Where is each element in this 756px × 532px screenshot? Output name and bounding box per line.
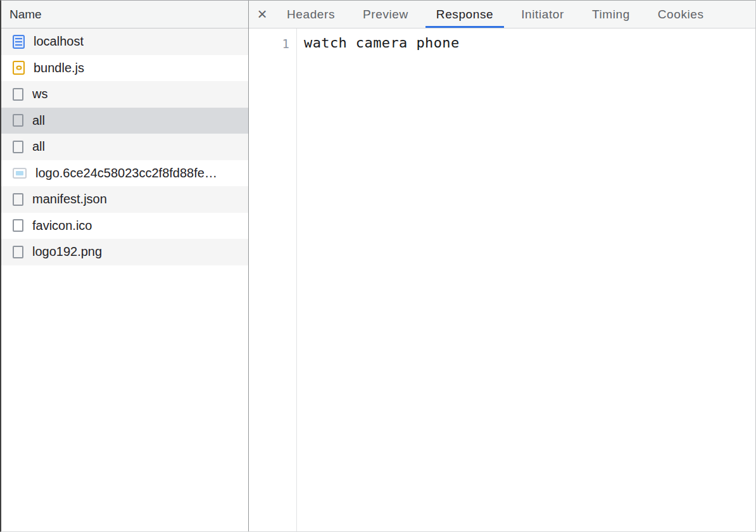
name-column-header: Name — [9, 8, 42, 22]
request-row[interactable]: ws — [1, 81, 248, 108]
tab-response[interactable]: Response — [425, 1, 504, 28]
request-detail-panel: × HeadersPreviewResponseInitiatorTimingC… — [249, 1, 755, 531]
request-name: logo192.png — [32, 244, 102, 259]
tab-timing[interactable]: Timing — [581, 1, 641, 28]
request-row[interactable]: all — [1, 134, 248, 160]
close-icon[interactable]: × — [251, 1, 273, 28]
request-list-panel: Name localhost bundle.js ws all all logo… — [1, 1, 249, 531]
request-name: all — [32, 139, 45, 154]
request-row[interactable]: favicon.ico — [1, 213, 248, 239]
detail-tabbar: × HeadersPreviewResponseInitiatorTimingC… — [249, 1, 755, 28]
request-name: bundle.js — [34, 61, 84, 75]
request-row[interactable]: localhost — [1, 28, 248, 55]
detail-tabs: HeadersPreviewResponseInitiatorTimingCoo… — [273, 1, 718, 28]
tab-headers[interactable]: Headers — [276, 1, 346, 28]
request-row[interactable]: all — [1, 108, 248, 134]
image-icon — [13, 168, 27, 179]
line-number: 1 — [282, 37, 289, 51]
request-list-header[interactable]: Name — [1, 1, 248, 28]
request-name: logo.6ce24c58023cc2f8fd88fe… — [35, 166, 217, 180]
file-icon — [13, 88, 23, 101]
request-row[interactable]: bundle.js — [1, 55, 248, 82]
tab-preview[interactable]: Preview — [352, 1, 419, 28]
script-icon — [13, 61, 25, 75]
request-row[interactable]: logo192.png — [1, 239, 248, 265]
tab-cookies[interactable]: Cookies — [647, 1, 715, 28]
request-name: favicon.ico — [32, 218, 92, 233]
request-name: localhost — [34, 34, 84, 49]
request-name: all — [32, 113, 45, 128]
request-row[interactable]: logo.6ce24c58023cc2f8fd88fe… — [1, 160, 248, 187]
request-row[interactable]: manifest.json — [1, 186, 248, 213]
file-icon — [13, 141, 23, 153]
file-icon — [13, 114, 23, 127]
response-viewer: 1 watch camera phone — [249, 28, 755, 531]
file-icon — [13, 193, 23, 206]
file-icon — [13, 219, 23, 232]
document-icon — [13, 35, 25, 49]
request-name: manifest.json — [32, 192, 107, 206]
request-list: localhost bundle.js ws all all logo.6ce2… — [1, 28, 248, 265]
response-content[interactable]: watch camera phone — [297, 28, 460, 531]
line-number-gutter: 1 — [249, 28, 297, 531]
tab-initiator[interactable]: Initiator — [510, 1, 575, 28]
request-name: ws — [32, 87, 47, 101]
file-icon — [13, 246, 23, 258]
devtools-network-panel: Name localhost bundle.js ws all all logo… — [0, 0, 756, 532]
